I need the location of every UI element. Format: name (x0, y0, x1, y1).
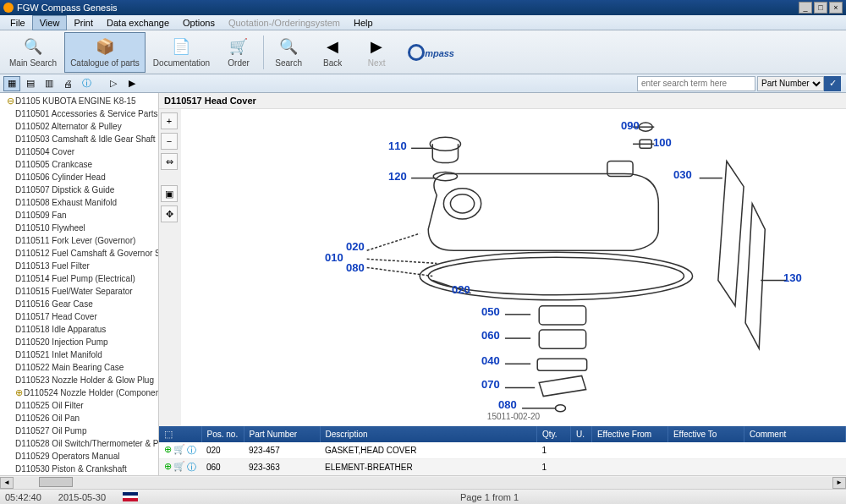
info-icon[interactable]: ⓘ (187, 461, 196, 474)
col-header[interactable]: Description (320, 426, 536, 442)
tree-item[interactable]: D110512 Fuel Camshaft & Governor Sl (3, 247, 157, 260)
col-header[interactable]: Effective From (591, 426, 667, 442)
menu-quotationorderingsystem[interactable]: Quotation-/Orderingsystem (222, 16, 347, 30)
search-input[interactable] (637, 76, 755, 91)
nav-prev-button[interactable]: ▷ (105, 76, 122, 91)
col-header[interactable]: Part Number (244, 426, 320, 442)
tree-item[interactable]: D110515 Fuel/Water Separator (3, 285, 157, 298)
tree-item[interactable]: D110505 Crankcase (3, 158, 157, 171)
menu-print[interactable]: Print (67, 16, 100, 30)
svg-point-10 (555, 405, 565, 412)
col-header[interactable]: U. (570, 426, 591, 442)
tree-item[interactable]: D110508 Exhaust Manifold (3, 196, 157, 209)
add-icon[interactable]: ⊕ (164, 461, 172, 474)
tree-item[interactable]: D110513 Fuel Filter (3, 260, 157, 272)
diagram-canvas[interactable]: 090 100 110 120 030 020 010 080 020 130 … (181, 109, 846, 426)
menu-help[interactable]: Help (347, 16, 380, 30)
tree-item[interactable]: D110506 Cylinder Head (3, 171, 157, 184)
documentation-button[interactable]: 📄Documentation (147, 32, 216, 73)
tree-item[interactable]: D110528 Oil Switch/Thermometer & Pi (3, 437, 157, 450)
col-header[interactable]: Comment (744, 426, 845, 442)
tree-item[interactable]: D110524 Nozzle Holder (Component P (3, 386, 157, 399)
table-row[interactable]: ⊕🛒ⓘ060923-363ELEMENT-BREATHER1 (159, 458, 846, 475)
menu-dataexchange[interactable]: Data exchange (100, 16, 176, 30)
print-button[interactable]: 🖨 (59, 76, 76, 91)
catalogue-button[interactable]: 📦Catalogue of parts (64, 32, 146, 73)
scroll-right-button[interactable]: ► (832, 477, 846, 489)
tree-item[interactable]: D110514 Fuel Pump (Electrical) (3, 272, 157, 285)
tree-item[interactable]: D110503 Camshaft & Idle Gear Shaft (3, 133, 157, 145)
tree-item[interactable]: D110526 Oil Pan (3, 412, 157, 425)
app-icon (3, 3, 14, 13)
tree-item[interactable]: D110504 Cover (3, 145, 157, 158)
view-grid-button[interactable]: ▤ (22, 76, 39, 91)
add-icon[interactable]: ⊕ (164, 444, 172, 457)
parts-table: ⬚Pos. no.Part NumberDescriptionQty.U.Eff… (159, 426, 846, 475)
tree-item[interactable]: D110525 Oil Filter (3, 399, 157, 412)
tree-item[interactable]: D110511 Fork Lever (Governor) (3, 234, 157, 247)
callout: 020 (452, 283, 470, 296)
search-button[interactable]: 🔍Search (267, 32, 310, 73)
col-header[interactable]: Effective To (667, 426, 744, 442)
search-type-select[interactable]: Part Number (757, 76, 824, 91)
info-icon[interactable]: ⓘ (187, 444, 196, 457)
zoom-region-button[interactable]: ▣ (161, 185, 178, 202)
compass-logo: mpass (408, 43, 454, 61)
menu-file[interactable]: File (3, 16, 32, 30)
col-header[interactable]: Qty. (536, 426, 570, 442)
search-go-button[interactable]: ✓ (824, 76, 841, 91)
tree-item[interactable]: D110501 Accessories & Service Parts (3, 107, 157, 120)
callout: 010 (325, 251, 343, 264)
callout: 040 (481, 354, 500, 367)
tree-item[interactable]: D110517 Head Cover (3, 310, 157, 323)
view-detail-button[interactable]: ▥ (41, 76, 58, 91)
status-time: 05:42:40 (5, 492, 41, 502)
tree-item[interactable]: D110522 Main Bearing Case (3, 361, 157, 374)
tree-item[interactable]: D110518 Idle Apparatus (3, 323, 157, 336)
back-icon: ◀ (322, 36, 343, 57)
tree-item[interactable]: D110529 Operators Manual (3, 450, 157, 463)
horizontal-scrollbar[interactable]: ◄ ► (0, 475, 846, 489)
minimize-button[interactable]: _ (799, 2, 812, 14)
back-button[interactable]: ◀Back (311, 32, 354, 73)
tree-item[interactable]: D110530 Piston & Crankshaft (3, 463, 157, 475)
info-button[interactable]: ⓘ (78, 76, 95, 91)
tree-item[interactable]: D110502 Alternator & Pulley (3, 120, 157, 133)
col-header[interactable]: Pos. no. (201, 426, 244, 442)
diagram-title: D110517 Head Cover (159, 93, 846, 109)
tree-item[interactable]: D110523 Nozzle Holder & Glow Plug (3, 374, 157, 386)
callout: 020 (346, 240, 365, 253)
nav-next-button[interactable]: ▶ (124, 76, 140, 91)
pan-button[interactable]: ✥ (161, 205, 178, 222)
cart-icon[interactable]: 🛒 (173, 461, 185, 474)
tree-item[interactable]: D110520 Injection Pump (3, 336, 157, 348)
next-button[interactable]: ▶Next (355, 32, 398, 73)
tree-root[interactable]: D1105 KUBOTA ENGINE K8-15 (3, 95, 157, 107)
zoom-fit-button[interactable]: ⇔ (161, 153, 178, 170)
maximize-button[interactable]: □ (814, 2, 827, 14)
tree-item[interactable]: D110521 Inlet Manifold (3, 348, 157, 361)
sub-toolbar: ▦ ▤ ▥ 🖨 ⓘ ▷ ▶ Part Number ✓ (0, 74, 846, 93)
main-panel: D110517 Head Cover + − ⇔ ▣ ✥ (159, 93, 846, 475)
menu-options[interactable]: Options (176, 16, 222, 30)
callout: 050 (481, 305, 500, 318)
cart-icon[interactable]: 🛒 (173, 444, 185, 457)
col-header[interactable]: ⬚ (159, 426, 201, 442)
tree-item[interactable]: D110516 Gear Case (3, 298, 157, 310)
zoom-out-button[interactable]: − (161, 133, 178, 150)
main-search-button[interactable]: 🔍Main Search (3, 32, 63, 73)
tree-item[interactable]: D110507 Dipstick & Guide (3, 184, 157, 196)
menubar: FileViewPrintData exchangeOptionsQuotati… (0, 15, 846, 30)
svg-rect-7 (539, 306, 585, 325)
menu-view[interactable]: View (32, 15, 68, 30)
tree-item[interactable]: D110527 Oil Pump (3, 425, 157, 437)
view-list-button[interactable]: ▦ (3, 76, 20, 91)
zoom-in-button[interactable]: + (161, 112, 178, 129)
tree-item[interactable]: D110509 Fan (3, 209, 157, 222)
table-row[interactable]: ⊕🛒ⓘ020923-457GASKET,HEAD COVER1 (159, 442, 846, 459)
scroll-left-button[interactable]: ◄ (0, 477, 14, 489)
main-search-icon: 🔍 (23, 36, 43, 57)
order-button[interactable]: 🛒Order (217, 32, 260, 73)
tree-item[interactable]: D110510 Flywheel (3, 222, 157, 234)
close-button[interactable]: × (829, 2, 843, 14)
